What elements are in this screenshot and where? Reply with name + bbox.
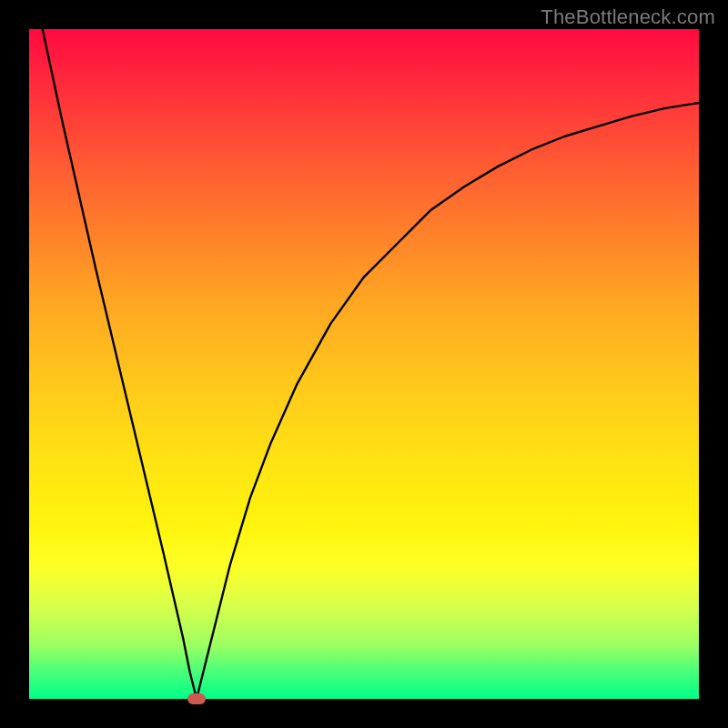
minimum-marker (187, 693, 206, 704)
bottleneck-curve (29, 29, 699, 699)
plot-area (29, 29, 699, 699)
curve-path (43, 29, 699, 699)
watermark-text: TheBottleneck.com (541, 5, 715, 29)
chart-frame: TheBottleneck.com (0, 0, 728, 728)
